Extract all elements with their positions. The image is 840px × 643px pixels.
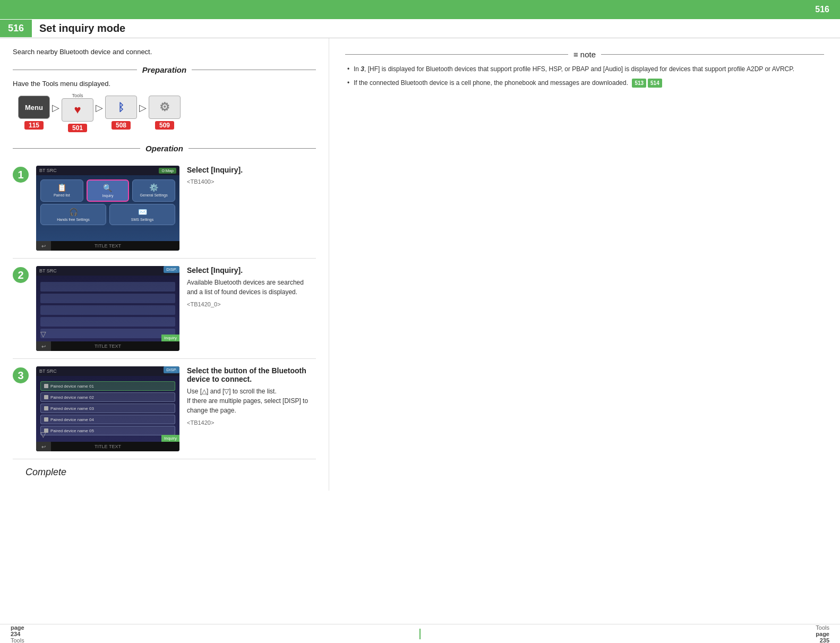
footer-left-page-num: 234 xyxy=(11,631,20,637)
step-3-screen: BT SRC DISP. Paired device name 01 Paire… xyxy=(36,366,179,451)
sms-icon: ✉️ xyxy=(138,208,147,216)
arrow-1: ▷ xyxy=(52,102,59,123)
screen3-disp-btn[interactable]: DISP. xyxy=(164,366,179,373)
arrow-2: ▷ xyxy=(96,102,103,123)
step-3-title: Select the button of the Bluetooth devic… xyxy=(187,366,316,383)
device-2-dot xyxy=(44,395,48,399)
screen2-status: BT SRC xyxy=(39,268,57,273)
page-badge: 516 xyxy=(0,20,32,37)
screen3-inquiry-badge: Inquiry xyxy=(161,435,179,442)
tools-icon-symbol: ♥ xyxy=(74,103,81,117)
prep-step-setup: ⚙ 509 xyxy=(149,96,181,130)
tools-icon: ♥ xyxy=(62,98,93,122)
bluetooth-symbol: ᛒ xyxy=(118,101,124,114)
operation-label: Operation xyxy=(140,144,188,153)
screen3-device-5[interactable]: Paired device name 05 xyxy=(40,426,175,435)
device-2-name: Paired device name 02 xyxy=(50,395,94,400)
note-item-1: In 3, [HF] is displayed for Bluetooth de… xyxy=(345,64,824,74)
screen2-item-2 xyxy=(40,294,175,303)
screen1-sms[interactable]: ✉️ SMS Settings xyxy=(109,204,175,225)
prep-line-right xyxy=(192,70,316,70)
step-2-info: Select [Inquiry]. Available Bluetooth de… xyxy=(187,266,316,351)
handsfree-icon: 🎧 xyxy=(69,208,78,216)
screen3-title-text: TITLE TEXT xyxy=(95,444,121,449)
footer-right-section: Tools xyxy=(816,624,829,631)
setup-symbol: ⚙ xyxy=(159,100,170,114)
step-3-info: Select the button of the Bluetooth devic… xyxy=(187,366,316,451)
screen2-disp-btn[interactable]: DISP. xyxy=(164,266,179,273)
screen1-handsfree[interactable]: 🎧 Hands free Settings xyxy=(40,204,106,225)
device-1-dot xyxy=(44,384,48,388)
note-label: ≡ note xyxy=(568,50,601,59)
prep-label-508: 508 xyxy=(112,121,131,130)
screen3-back-btn[interactable]: ↩ xyxy=(36,442,51,451)
handsfree-label: Hands free Settings xyxy=(57,218,89,221)
step-3: 3 BT SRC DISP. Paired device name 01 xyxy=(13,359,316,459)
general-settings-label: General Settings xyxy=(140,193,168,197)
step-3-caption: <TB1420> xyxy=(187,419,316,426)
screen3-down-arrow: ▽ xyxy=(40,430,46,439)
screen2-item-4 xyxy=(40,317,175,327)
page-footer: page 234 Tools Tools page 235 xyxy=(0,624,840,643)
step-1-caption: <TB1400> xyxy=(187,178,316,185)
main-layout: Search nearby Bluetooth device and conne… xyxy=(0,38,840,491)
footer-right-page-num: 235 xyxy=(820,637,829,644)
screen1-paired-list[interactable]: 📋 Paired list xyxy=(40,179,83,202)
operation-header: Operation xyxy=(13,144,316,153)
preparation-steps: Menu 115 ▷ Tools ♥ 501 ▷ ᛒ 508 xyxy=(18,93,316,132)
screen2-top-bar: BT SRC DISP. xyxy=(36,266,179,276)
step-1: 1 BT SRC ⊙Map 📋 Paired list 🔍 xyxy=(13,158,316,259)
screen1-content: BT SRC ⊙Map 📋 Paired list 🔍 Inquiry xyxy=(36,166,179,251)
preparation-desc: Have the Tools menu displayed. xyxy=(13,80,316,88)
preparation-header: Preparation xyxy=(13,65,316,74)
device-5-name: Paired device name 05 xyxy=(50,428,94,433)
screen1-status: BT SRC xyxy=(39,168,57,173)
screen3-device-2[interactable]: Paired device name 02 xyxy=(40,392,175,402)
screen1-inquiry[interactable]: 🔍 Inquiry xyxy=(87,179,130,202)
complete-label: Complete xyxy=(25,467,66,477)
menu-icon-text: Menu xyxy=(25,104,43,112)
note-header: ≡ note xyxy=(345,50,824,59)
screen2-bottom-bar: ↩ TITLE TEXT xyxy=(36,341,179,351)
complete-section: Complete xyxy=(13,459,316,485)
step-3-desc: Use [△] and [▽] to scroll the list.If th… xyxy=(187,387,316,415)
footer-right-page-label: page xyxy=(816,631,829,637)
top-page-number: 516 xyxy=(815,5,829,14)
device-4-name: Paired device name 04 xyxy=(50,417,94,422)
screen2-title-text: TITLE TEXT xyxy=(95,344,121,349)
screen1-back-btn[interactable]: ↩ xyxy=(36,241,51,251)
note-badge-514[interactable]: 514 xyxy=(648,79,662,88)
preparation-label: Preparation xyxy=(137,65,192,74)
footer-left: page 234 Tools xyxy=(11,624,24,644)
step-2-title: Select [Inquiry]. xyxy=(187,266,316,275)
step-2-screen: BT SRC DISP. ▽ Inquiry ↩ TITLE TEXT xyxy=(36,266,179,351)
arrow-3: ▷ xyxy=(139,102,147,123)
screen2-back-btn[interactable]: ↩ xyxy=(36,341,51,351)
footer-right: Tools page 235 xyxy=(816,624,829,644)
screen1-top-bar: BT SRC ⊙Map xyxy=(36,166,179,175)
note-badges: 513 514 xyxy=(632,79,662,88)
screen3-device-1[interactable]: Paired device name 01 xyxy=(40,381,175,391)
screen3-device-list: Paired device name 01 Paired device name… xyxy=(36,378,179,439)
screen3-device-4[interactable]: Paired device name 04 xyxy=(40,415,175,424)
screen3-device-3[interactable]: Paired device name 03 xyxy=(40,404,175,413)
footer-left-page-label: page xyxy=(11,624,24,631)
op-line-left xyxy=(13,148,140,149)
inquiry-icon: 🔍 xyxy=(103,184,112,192)
screen1-general-settings[interactable]: ⚙️ General Settings xyxy=(132,179,175,202)
screen3-content: BT SRC DISP. Paired device name 01 Paire… xyxy=(36,366,179,451)
screen1-row2: 🎧 Hands free Settings ✉️ SMS Settings xyxy=(36,204,179,227)
note-item-2: If the connected Bluetooth device is a c… xyxy=(345,78,824,88)
screen3-top-bar: BT SRC DISP. xyxy=(36,366,179,376)
footer-divider xyxy=(419,629,421,639)
bluetooth-icon: ᛒ xyxy=(105,96,137,119)
note-badge-513[interactable]: 513 xyxy=(632,79,646,88)
screen1-title-text: TITLE TEXT xyxy=(95,243,121,248)
note-step-ref: 3 xyxy=(361,65,364,73)
page-title: Set inquiry mode xyxy=(39,19,125,38)
prep-label-509: 509 xyxy=(155,121,174,130)
screen2-content: BT SRC DISP. ▽ Inquiry ↩ TITLE TEXT xyxy=(36,266,179,351)
step-1-info: Select [Inquiry]. <TB1400> xyxy=(187,166,316,251)
sms-label: SMS Settings xyxy=(131,218,153,221)
op-line-right xyxy=(188,148,316,149)
